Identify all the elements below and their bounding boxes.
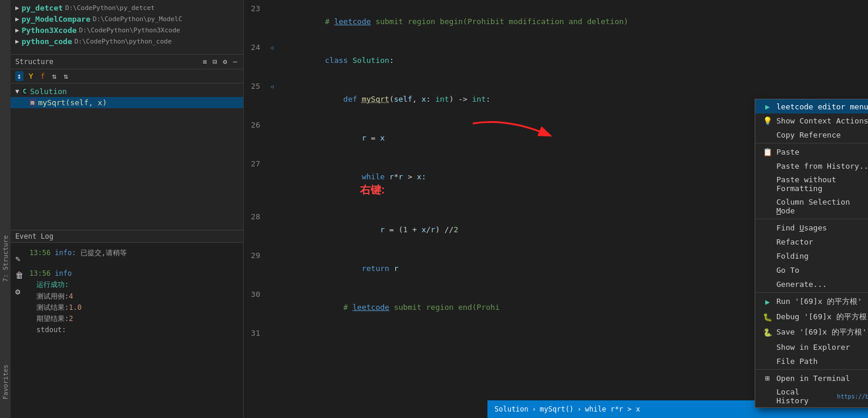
settings-icon[interactable]: ⚙ [222, 57, 228, 66]
menu-item-paste-history[interactable]: Paste from History... Ctrl+Shift+V [755, 159, 868, 173]
event-log-icons: ✎ 🗑 ⚙ [15, 254, 23, 296]
menu-item-folding[interactable]: Folding ▶ [755, 249, 868, 263]
info-label-2: info [55, 269, 72, 277]
menu-item-debug[interactable]: 🐛 Debug '[69]x 的平方根' [755, 309, 868, 325]
separator-2 [755, 219, 868, 219]
terminal-icon: ⊞ [762, 374, 773, 383]
breadcrumb-while: while r*r > x [585, 405, 640, 413]
vertical-strip: 7: Structure Favorites [0, 0, 11, 418]
log-entry-2: 13:56 info 运行成功: 测试用例:4 测试结果:1.0 期望结果:2 … [29, 268, 236, 336]
sort-icon[interactable]: ≡ [201, 57, 208, 66]
tree-item-python-code[interactable]: ▶ python_code D:\CodePython\python_code [11, 36, 243, 47]
breadcrumb-mysqrt: mySqrt() [540, 405, 574, 413]
menu-label-paste: Paste [776, 148, 868, 156]
separator-1 [755, 143, 868, 143]
structure-panel: Structure ≡ ⊟ ⚙ — ↕ Y f ⇅ ⇅ ▼ C Solution… [11, 54, 243, 111]
code-line-24: 24 ◁ class Solution: [244, 41, 868, 80]
breadcrumb-sep-2: › [577, 405, 581, 413]
tree-item-python3xcode[interactable]: ▶ Python3Xcode D:\CodePython\Python3Xcod… [11, 25, 243, 36]
strip-label-favorites: Favorites [2, 365, 9, 400]
file-tree: ▶ py_detcet D:\CodePython\py_detcet ▶ py… [11, 0, 243, 49]
line-num-30: 30 [244, 288, 267, 301]
menu-label-generate: Generate... [776, 280, 868, 289]
menu-item-open-terminal[interactable]: ⊞ Open in Terminal [755, 371, 868, 385]
tree-item-py-detcet[interactable]: ▶ py_detcet D:\CodePython\py_detcet [11, 2, 243, 14]
left-sidebar: ▶ py_detcet D:\CodePython\py_detcet ▶ py… [11, 0, 244, 418]
sort-icon-2[interactable]: ⊟ [211, 57, 218, 66]
line-content-24: class Solution: [277, 41, 868, 80]
menu-label-paste-history: Paste from History... [776, 162, 868, 170]
sort-desc[interactable]: ⇅ [62, 71, 70, 81]
menu-item-save[interactable]: 🐍 Save '[69]x 的平方根' [755, 325, 868, 340]
code-editor-area: 23 # leetcode submit region begin(Prohib… [244, 0, 868, 418]
menu-item-run[interactable]: ▶ Run '[69]x 的平方根' Ctrl+Shift+F10 [755, 294, 868, 309]
log-sub-2: 测试用例:4 [36, 291, 236, 302]
line-num-27: 27 [244, 158, 267, 170]
event-log-header: Event Log [11, 230, 243, 243]
context-menu-main: ▶ leetcode editor menu ▶ 💡 Show Context … [755, 99, 868, 408]
paste-icon: 📋 [762, 148, 773, 156]
log-sub-5: stdout: [36, 325, 236, 336]
separator-4 [755, 369, 868, 370]
menu-item-local-history[interactable]: Local History https://blog.csdn.net/linz… [755, 385, 868, 407]
class-name: Solution [30, 87, 67, 96]
menu-item-paste[interactable]: 📋 Paste Ctrl+V [755, 145, 868, 159]
folder-name: py_detcet [22, 4, 63, 12]
filter-y[interactable]: Y [27, 71, 35, 81]
menu-item-generate[interactable]: Generate... Alt+Insert [755, 277, 868, 291]
shortcut-local-history: https://blog.csdn.net/linzi1155 [837, 393, 868, 400]
line-num-29: 29 [244, 249, 267, 262]
line-content-23: # leetcode submit region begin(Prohibit … [277, 2, 868, 41]
menu-label-debug: Debug '[69]x 的平方根' [776, 312, 868, 322]
menu-item-file-path[interactable]: File Path Ctrl+Alt+F12 [755, 354, 868, 368]
menu-label-leetcode: leetcode editor menu [776, 102, 868, 111]
sort-asc[interactable]: ⇅ [50, 71, 58, 81]
line-num-23: 23 [244, 2, 267, 15]
menu-label-save: Save '[69]x 的平方根' [776, 327, 868, 337]
gutter-25: ◁ [267, 80, 277, 93]
run-icon: ▶ [762, 297, 773, 306]
structure-header: Structure ≡ ⊟ ⚙ — [11, 55, 243, 69]
menu-item-context-actions[interactable]: 💡 Show Context Actions Alt+Enter [755, 113, 868, 128]
log-sub-1: 运行成功: [36, 279, 236, 290]
menu-item-show-explorer[interactable]: Show in Explorer [755, 340, 868, 354]
menu-item-goto[interactable]: Go To ▶ [755, 263, 868, 277]
folder-name: Python3Xcode [22, 26, 77, 35]
python-icon: 🐍 [762, 328, 773, 337]
menu-label-paste-no-format: Paste without Formatting [776, 175, 868, 193]
menu-item-refactor[interactable]: Refactor ▶ [755, 235, 868, 249]
event-log: Event Log ✎ 🗑 ⚙ 13:56 info: 已提交,请稍等 13:5… [11, 230, 243, 418]
folder-name: py_ModelCompare [22, 15, 90, 24]
folder-path: D:\CodePython\python_code [75, 38, 172, 45]
expand-arrow: ▶ [15, 38, 19, 45]
close-icon[interactable]: — [232, 57, 238, 66]
settings-icon[interactable]: ⚙ [15, 287, 23, 296]
timestamp-1: 13:56 [29, 249, 51, 257]
struct-item-mysqrt[interactable]: m mySqrt(self, x) [11, 97, 243, 108]
sort-by-name[interactable]: ↕ [15, 71, 23, 81]
method-name: mySqrt(self, x) [38, 98, 107, 107]
timestamp-2: 13:56 [29, 269, 51, 277]
leetcode-icon: ▶ [762, 102, 773, 111]
menu-item-paste-no-format[interactable]: Paste without Formatting Ctrl+Alt+Shift+… [755, 173, 868, 195]
menu-label-context-actions: Show Context Actions [776, 116, 868, 125]
method-icon: m [29, 99, 36, 106]
menu-item-find-usages[interactable]: Find Usages Alt+F7 [755, 220, 868, 235]
folder-name: python_code [22, 37, 72, 46]
edit-icon[interactable]: ✎ [15, 254, 23, 263]
debug-icon: 🐛 [762, 313, 773, 322]
menu-item-column-selection[interactable]: Column Selection Mode Alt+Shift+Insert [755, 195, 868, 218]
class-icon: C [22, 88, 28, 95]
strip-label-structure: 7: Structure [2, 235, 9, 282]
menu-label-run: Run '[69]x 的平方根' [776, 296, 868, 307]
tree-item-py-modelcompare[interactable]: ▶ py_ModelCompare D:\CodePython\py_Model… [11, 14, 243, 25]
trash-icon[interactable]: 🗑 [15, 270, 23, 280]
menu-item-leetcode-editor[interactable]: ▶ leetcode editor menu ▶ [755, 99, 868, 113]
filter-f[interactable]: f [39, 71, 47, 81]
line-num-31: 31 [244, 327, 267, 340]
log-sub-4: 期望结果:2 [36, 313, 236, 325]
struct-item-solution[interactable]: ▼ C Solution [11, 86, 243, 97]
menu-label-refactor: Refactor [776, 238, 868, 246]
menu-item-copy-reference[interactable]: Copy Reference Ctrl+Alt+Shift+C [755, 128, 868, 142]
gutter-24: ◁ [267, 41, 277, 54]
